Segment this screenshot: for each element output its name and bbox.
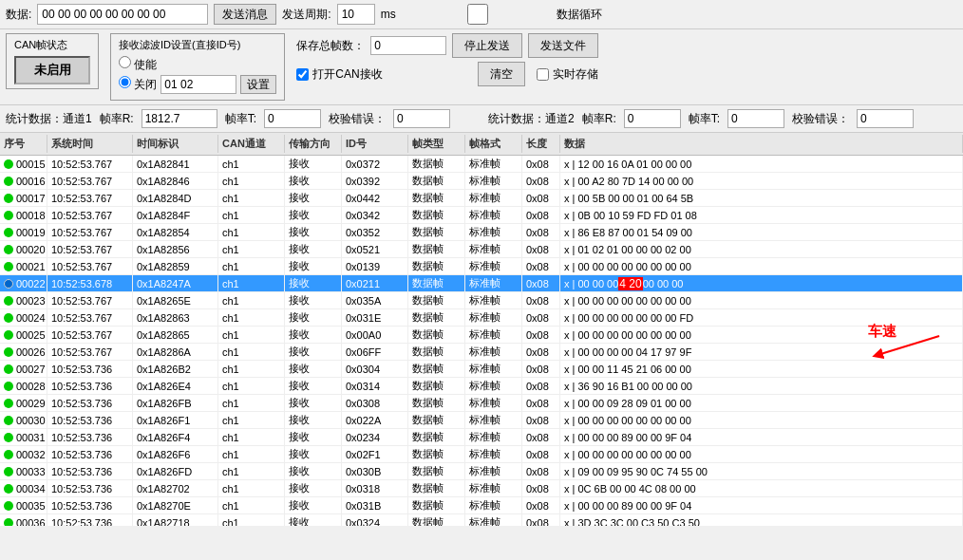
hex-input[interactable]	[37, 4, 208, 25]
cell-seq: 00022	[0, 275, 47, 291]
table-row[interactable]: 0003610:52:53.7360x1A82718ch1接收0x0324数据帧…	[0, 514, 963, 526]
table-row[interactable]: 0002410:52:53.7670x1A82863ch1接收0x031E数据帧…	[0, 309, 963, 327]
stats1-check-err-input	[393, 109, 450, 128]
stats1-frame-t-label: 帧率T:	[225, 111, 256, 127]
table-row[interactable]: 0003510:52:53.7360x1A8270Ech1接收0x031B数据帧…	[0, 497, 963, 514]
cell-id: 0x0234	[342, 429, 408, 445]
table-row[interactable]: 0002110:52:53.7670x1A82859ch1接收0x0139数据帧…	[0, 258, 963, 275]
stats2-frame-t-input	[727, 109, 784, 128]
table-row[interactable]: 0001710:52:53.7670x1A8284Dch1接收0x0442数据帧…	[0, 190, 963, 207]
can-status-button[interactable]: 未启用	[14, 56, 90, 84]
cell-dir: 接收	[285, 344, 342, 360]
table-row[interactable]: 0001810:52:53.7670x1A8284Fch1接收0x0342数据帧…	[0, 207, 963, 224]
total-frames-row: 保存总帧数： 停止发送 发送文件	[296, 33, 598, 58]
cell-ch: ch1	[218, 327, 285, 343]
green-dot-icon	[4, 518, 13, 527]
table-row[interactable]: 0002210:52:53.6780x1A8247Ach1接收0x0211数据帧…	[0, 275, 963, 292]
cell-id: 0x0324	[342, 514, 408, 526]
cell-ftype: 数据帧	[408, 190, 465, 206]
clear-button[interactable]: 清空	[478, 62, 525, 86]
open-can-checkbox[interactable]	[296, 68, 309, 81]
table-row[interactable]: 0002910:52:53.7360x1A826FBch1接收0x0308数据帧…	[0, 395, 963, 412]
cell-len: 0x08	[522, 190, 560, 206]
cell-data: x | 00 00 09 28 09 01 00 00	[560, 395, 963, 411]
table-row[interactable]: 0002710:52:53.7360x1A826B2ch1接收0x0304数据帧…	[0, 361, 963, 378]
filter-enable-label[interactable]: 使能	[119, 56, 157, 73]
cell-seq: 00031	[0, 429, 47, 445]
cell-len: 0x08	[522, 258, 560, 274]
data-loop-label[interactable]: 数据循环	[402, 4, 602, 25]
cell-len: 0x08	[522, 361, 560, 377]
table-row[interactable]: 0002510:52:53.7670x1A82865ch1接收0x00A0数据帧…	[0, 327, 963, 344]
table-row[interactable]: 0003210:52:53.7360x1A826F6ch1接收0x02F1数据帧…	[0, 446, 963, 463]
table-row[interactable]: 0003010:52:53.7360x1A826F1ch1接收0x022A数据帧…	[0, 412, 963, 429]
table-row[interactable]: 0003410:52:53.7360x1A82702ch1接收0x0318数据帧…	[0, 480, 963, 497]
cell-data: x | 00 00 00 89 00 00 9F 04	[560, 429, 963, 445]
cell-len: 0x08	[522, 480, 560, 496]
total-frames-input[interactable]	[370, 36, 446, 55]
green-dot-icon	[4, 177, 13, 186]
cell-time: 10:52:53.767	[47, 258, 133, 274]
cell-seq: 00017	[0, 190, 47, 206]
data-loop-checkbox[interactable]	[402, 4, 554, 25]
top-bar: 数据: 发送消息 发送周期: ms 数据循环	[0, 0, 963, 29]
send-file-button[interactable]: 发送文件	[528, 33, 598, 58]
cell-id: 0x0392	[342, 173, 408, 189]
cell-seq: 00032	[0, 446, 47, 462]
cell-seq: 00027	[0, 361, 47, 377]
cell-len: 0x08	[522, 224, 560, 240]
table-row[interactable]: 0001510:52:53.7670x1A82841ch1接收0x0372数据帧…	[0, 156, 963, 173]
cell-id: 0x0304	[342, 361, 408, 377]
cell-fformat: 标准帧	[465, 224, 522, 240]
table-row[interactable]: 0002310:52:53.7670x1A8265Ech1接收0x035A数据帧…	[0, 292, 963, 309]
cell-id: 0x035A	[342, 292, 408, 308]
filter-close-radio[interactable]	[119, 76, 131, 88]
cell-len: 0x08	[522, 429, 560, 445]
cell-ts: 0x1A82863	[133, 309, 218, 326]
cell-data: x | 00 00 00 89 00 00 9F 04	[560, 497, 963, 513]
cell-dir: 接收	[285, 224, 342, 240]
filter-enable-radio[interactable]	[119, 56, 131, 68]
cell-ch: ch1	[218, 446, 285, 462]
filter-set-button[interactable]: 设置	[240, 75, 276, 94]
cell-len: 0x08	[522, 275, 560, 291]
cell-id: 0x00A0	[342, 327, 408, 343]
stats2-frame-r-input	[624, 109, 681, 128]
cell-ftype: 数据帧	[408, 361, 465, 377]
table-row[interactable]: 0002810:52:53.7360x1A826E4ch1接收0x0314数据帧…	[0, 378, 963, 395]
cell-time: 10:52:53.767	[47, 309, 133, 326]
cell-ts: 0x1A8286A	[133, 344, 218, 360]
cell-fformat: 标准帧	[465, 480, 522, 496]
open-can-label[interactable]: 打开CAN接收	[296, 66, 382, 83]
can-status-box: CAN帧状态 未启用	[6, 33, 99, 89]
filter-close-label[interactable]: 关闭	[119, 76, 157, 93]
table-row[interactable]: 0001610:52:53.7670x1A82846ch1接收0x0392数据帧…	[0, 173, 963, 190]
stats2-frame-r-label: 帧率R:	[582, 111, 616, 127]
cell-ftype: 数据帧	[408, 395, 465, 411]
table-row[interactable]: 0002610:52:53.7670x1A8286Ach1接收0x06FF数据帧…	[0, 344, 963, 361]
realtime-save-checkbox[interactable]	[537, 68, 549, 81]
realtime-save-label[interactable]: 实时存储	[537, 66, 598, 83]
send-msg-button[interactable]: 发送消息	[214, 4, 276, 25]
cell-data: x | 00 A2 80 7D 14 00 00 00	[560, 173, 963, 189]
cell-time: 10:52:53.767	[47, 207, 133, 223]
filter-id-input[interactable]	[160, 75, 236, 94]
cell-ts: 0x1A826B2	[133, 361, 218, 377]
stats1-check-err-label: 校验错误：	[329, 111, 386, 127]
cell-fformat: 标准帧	[465, 275, 522, 291]
cell-dir: 接收	[285, 463, 342, 479]
cell-ftype: 数据帧	[408, 275, 465, 291]
cell-time: 10:52:53.736	[47, 395, 133, 411]
stop-send-button[interactable]: 停止发送	[452, 33, 522, 58]
cell-ftype: 数据帧	[408, 156, 465, 172]
period-input[interactable]	[337, 4, 375, 25]
cell-data: x | 00 5B 00 00 01 00 64 5B	[560, 190, 963, 206]
cell-time: 10:52:53.678	[47, 275, 133, 291]
table-row[interactable]: 0003310:52:53.7360x1A826FDch1接收0x030B数据帧…	[0, 463, 963, 480]
stats2-title: 统计数据：通道2	[488, 111, 575, 127]
table-row[interactable]: 0003110:52:53.7360x1A826F4ch1接收0x0234数据帧…	[0, 429, 963, 446]
table-row[interactable]: 0001910:52:53.7670x1A82854ch1接收0x0352数据帧…	[0, 224, 963, 241]
table-row[interactable]: 0002010:52:53.7670x1A82856ch1接收0x0521数据帧…	[0, 241, 963, 258]
cell-data: x | 00 00 00 00 04 17 97 9F	[560, 344, 963, 360]
cell-id: 0x06FF	[342, 344, 408, 360]
